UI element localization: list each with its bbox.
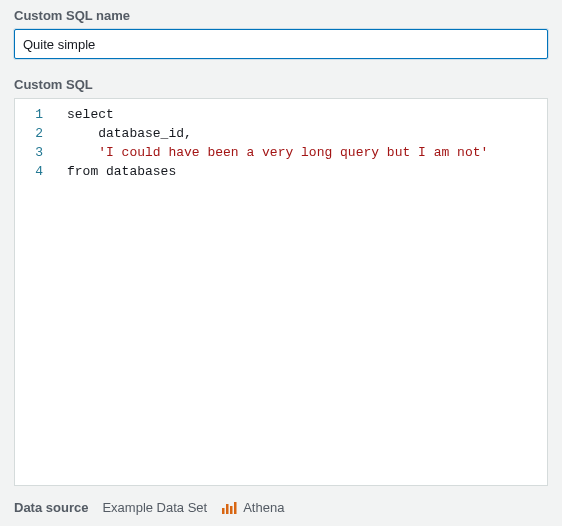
line-number: 1 (15, 105, 47, 124)
code-line[interactable]: select (67, 105, 488, 124)
line-number-gutter: 1234 (15, 99, 57, 485)
engine-name: Athena (243, 500, 284, 515)
code-line[interactable]: from databases (67, 162, 488, 181)
line-number: 4 (15, 162, 47, 181)
line-number: 3 (15, 143, 47, 162)
data-source-label: Data source (14, 500, 88, 515)
line-number: 2 (15, 124, 47, 143)
custom-sql-name-input[interactable] (14, 29, 548, 59)
code-line[interactable]: 'I could have been a very long query but… (67, 143, 488, 162)
footer-bar: Data source Example Data Set Athena (0, 486, 562, 515)
svg-rect-3 (234, 502, 237, 514)
data-source-value: Example Data Set (102, 500, 207, 515)
svg-rect-1 (226, 504, 229, 514)
svg-rect-0 (222, 508, 225, 514)
sql-editor[interactable]: 1234 select database_id, 'I could have b… (14, 98, 548, 486)
code-line[interactable]: database_id, (67, 124, 488, 143)
custom-sql-label: Custom SQL (0, 69, 562, 98)
engine-group: Athena (221, 500, 284, 515)
code-content[interactable]: select database_id, 'I could have been a… (57, 99, 488, 485)
name-input-wrap (0, 29, 562, 69)
athena-icon (221, 501, 237, 515)
custom-sql-name-label: Custom SQL name (0, 0, 562, 29)
svg-rect-2 (230, 506, 233, 514)
